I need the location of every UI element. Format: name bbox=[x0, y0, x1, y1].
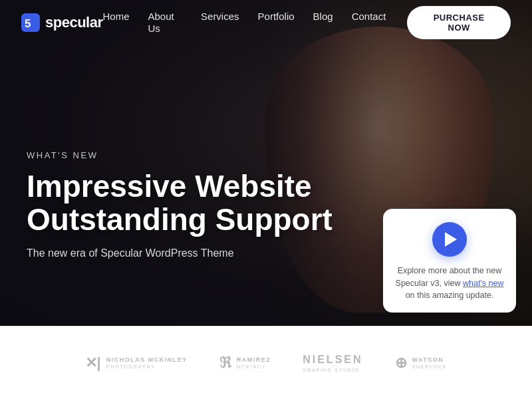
brand-name-nicholas: NICHOLAS MCKINLEY bbox=[106, 356, 188, 364]
brand-watson: ⊕ WATSON SHERLOCK bbox=[395, 354, 448, 372]
hero-eyebrow: WHAT'S NEW bbox=[27, 150, 332, 160]
hero-title: Impressive Website Outstanding Support bbox=[27, 170, 332, 237]
nav-item-services[interactable]: Services bbox=[201, 11, 239, 35]
brands-bar: ✕| NICHOLAS MCKINLEY PHOTOGRAPHY ℜ RAMIR… bbox=[0, 326, 532, 399]
brand-ramirez: ℜ RAMIREZ MCKINCY bbox=[219, 354, 271, 372]
play-button[interactable] bbox=[432, 222, 467, 257]
hero-content: WHAT'S NEW Impressive Website Outstandin… bbox=[27, 150, 332, 259]
brand-name-ramirez: RAMIREZ bbox=[237, 356, 271, 364]
nav-link-about[interactable]: About Us bbox=[148, 11, 174, 34]
play-icon bbox=[445, 232, 457, 247]
brand-name-nielsen: NIELSEN bbox=[303, 353, 362, 367]
brand-sub-watson: SHERLOCK bbox=[412, 364, 448, 369]
hero-subtitle: The new era of Specular WordPress Theme bbox=[27, 247, 332, 259]
nav-link-contact[interactable]: Contact bbox=[352, 11, 386, 22]
nav-item-portfolio[interactable]: Portfolio bbox=[258, 11, 295, 35]
brand-nicholas: ✕| NICHOLAS MCKINLEY PHOTOGRAPHY bbox=[85, 354, 188, 372]
nav-links: Home About Us Services Portfolio Blog Co… bbox=[103, 11, 386, 35]
brand-icon-watson: ⊕ bbox=[395, 354, 407, 372]
navbar: 5 specular Home About Us Services Portfo… bbox=[0, 0, 532, 45]
nav-link-home[interactable]: Home bbox=[103, 11, 130, 22]
brand-icon-ramirez: ℜ bbox=[219, 354, 231, 372]
nav-item-blog[interactable]: Blog bbox=[313, 11, 333, 35]
purchase-now-button[interactable]: PURCHASE NOW bbox=[407, 6, 511, 39]
logo-icon: 5 bbox=[21, 13, 40, 32]
brand-icon-nicholas: ✕| bbox=[85, 354, 101, 372]
hero-section: 5 specular Home About Us Services Portfo… bbox=[0, 0, 532, 326]
brand-nielsen: NIELSEN GRAPHIC STUDIO bbox=[303, 353, 362, 372]
logo[interactable]: 5 specular bbox=[21, 13, 103, 32]
logo-text: specular bbox=[45, 14, 103, 31]
brand-sub-nielsen: GRAPHIC STUDIO bbox=[303, 368, 362, 372]
brand-name-watson: WATSON bbox=[412, 356, 448, 364]
nav-item-home[interactable]: Home bbox=[103, 11, 130, 35]
brand-sub-ramirez: MCKINCY bbox=[237, 364, 271, 369]
nav-item-contact[interactable]: Contact bbox=[352, 11, 386, 35]
video-card: Explore more about the new Specular v3, … bbox=[383, 209, 516, 313]
hero-title-line2: Outstanding Support bbox=[27, 202, 332, 237]
svg-text:5: 5 bbox=[25, 17, 31, 30]
nav-item-about[interactable]: About Us bbox=[148, 11, 183, 35]
nav-link-services[interactable]: Services bbox=[201, 11, 239, 22]
whats-new-link[interactable]: what's new bbox=[463, 279, 503, 288]
brand-sub-nicholas: PHOTOGRAPHY bbox=[106, 364, 188, 369]
hero-title-line1: Impressive Website bbox=[27, 169, 312, 203]
nav-link-blog[interactable]: Blog bbox=[313, 11, 333, 22]
video-card-text: Explore more about the new Specular v3, … bbox=[395, 265, 504, 302]
nav-link-portfolio[interactable]: Portfolio bbox=[258, 11, 295, 22]
